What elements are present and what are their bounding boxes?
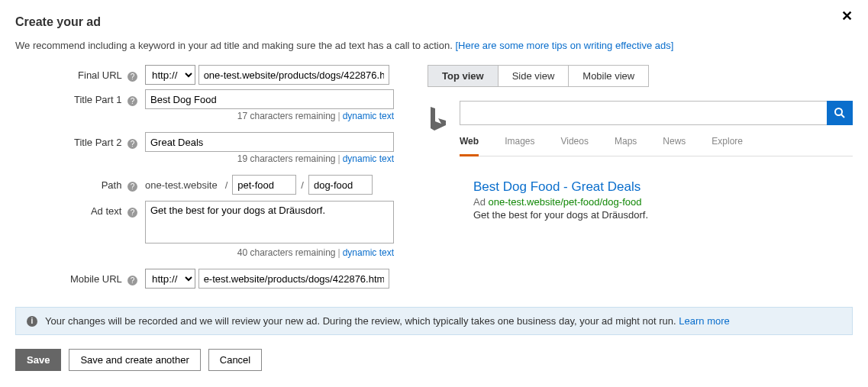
path-label: Path ? (15, 175, 145, 192)
view-tab-mobile-view[interactable]: Mobile view (569, 66, 648, 86)
serp-tab-explore[interactable]: Explore (712, 136, 743, 156)
close-icon[interactable]: ✕ (841, 8, 853, 24)
ad-preview-text: Get the best for your dogs at Dräusdorf. (473, 209, 853, 221)
serp-tab-videos[interactable]: Videos (560, 136, 588, 156)
help-icon[interactable]: ? (127, 276, 137, 285)
final-url-protocol-select[interactable]: http://https:// (145, 65, 195, 85)
search-button[interactable] (827, 101, 853, 125)
dynamic-text-link[interactable]: dynamic text (343, 153, 394, 164)
intro-copy: We recommend including a keyword in your… (15, 40, 455, 51)
cancel-button[interactable]: Cancel (208, 349, 262, 371)
help-icon[interactable]: ? (127, 72, 137, 82)
mobile-url-label: Mobile URL ? (15, 269, 145, 285)
serp-tab-web[interactable]: Web (460, 136, 479, 156)
ad-preview-badge: Ad (473, 196, 486, 208)
help-icon[interactable]: ? (127, 182, 137, 192)
mobile-url-protocol-select[interactable]: http://https:// (145, 269, 195, 289)
help-icon[interactable]: ? (127, 208, 137, 218)
ad-preview-panel: Top viewSide viewMobile view WebImagesVi… (428, 65, 853, 293)
serp-tab-news[interactable]: News (663, 136, 686, 156)
intro-tips-link[interactable]: [Here are some more tips on writing effe… (455, 40, 673, 51)
bing-logo-icon (428, 101, 449, 134)
final-url-label: Final URL ? (15, 65, 145, 82)
final-url-input[interactable] (198, 65, 389, 85)
mobile-url-input[interactable] (198, 269, 389, 289)
intro-text: We recommend including a keyword in your… (15, 40, 853, 51)
title1-counter: 17 characters remaining|dynamic text (145, 111, 394, 121)
help-icon[interactable]: ? (127, 96, 137, 106)
search-icon (834, 107, 846, 119)
title1-input[interactable] (145, 89, 394, 109)
dialog-actions: Save Save and create another Cancel (15, 349, 853, 371)
notice-text: Your changes will be recorded and we wil… (45, 315, 679, 327)
path2-input[interactable] (308, 175, 373, 195)
title2-counter: 19 characters remaining|dynamic text (145, 153, 394, 164)
create-ad-dialog: ✕ Create your ad We recommend including … (15, 15, 853, 371)
view-tab-top-view[interactable]: Top view (428, 66, 499, 86)
search-input[interactable] (460, 101, 827, 125)
dynamic-text-link[interactable]: dynamic text (343, 111, 394, 121)
review-notice: i Your changes will be recorded and we w… (15, 307, 853, 335)
title2-input[interactable] (145, 132, 394, 152)
serp-tab-maps[interactable]: Maps (615, 136, 637, 156)
title1-label: Title Part 1 ? (15, 89, 145, 106)
adtext-label: Ad text ? (15, 201, 145, 218)
info-icon: i (27, 316, 37, 327)
serp-tab-images[interactable]: Images (505, 136, 534, 156)
serp-tabs: WebImagesVideosMapsNewsExplore (460, 136, 853, 156)
path-domain: one-test.website (145, 179, 221, 191)
dynamic-text-link[interactable]: dynamic text (343, 247, 394, 258)
help-icon[interactable]: ? (127, 139, 137, 149)
adtext-counter: 40 characters remaining|dynamic text (145, 247, 394, 258)
learn-more-link[interactable]: Learn more (679, 315, 729, 327)
adtext-input[interactable] (145, 201, 394, 243)
ad-preview-title: Best Dog Food - Great Deals (473, 179, 853, 195)
svg-point-0 (835, 108, 842, 115)
view-tabs: Top viewSide viewMobile view (428, 65, 649, 87)
title2-label: Title Part 2 ? (15, 132, 145, 149)
ad-preview: Best Dog Food - Great Deals Ad one-test.… (428, 179, 853, 221)
view-tab-side-view[interactable]: Side view (499, 66, 570, 86)
path1-input[interactable] (232, 175, 296, 195)
dialog-title: Create your ad (15, 15, 853, 29)
ad-preview-url: one-test.website/pet-food/dog-food (489, 196, 642, 208)
svg-line-1 (841, 114, 844, 118)
save-button[interactable]: Save (15, 349, 61, 371)
ad-form: Final URL ? http://https:// Title Part 1… (15, 65, 412, 293)
save-and-create-another-button[interactable]: Save and create another (69, 349, 200, 371)
